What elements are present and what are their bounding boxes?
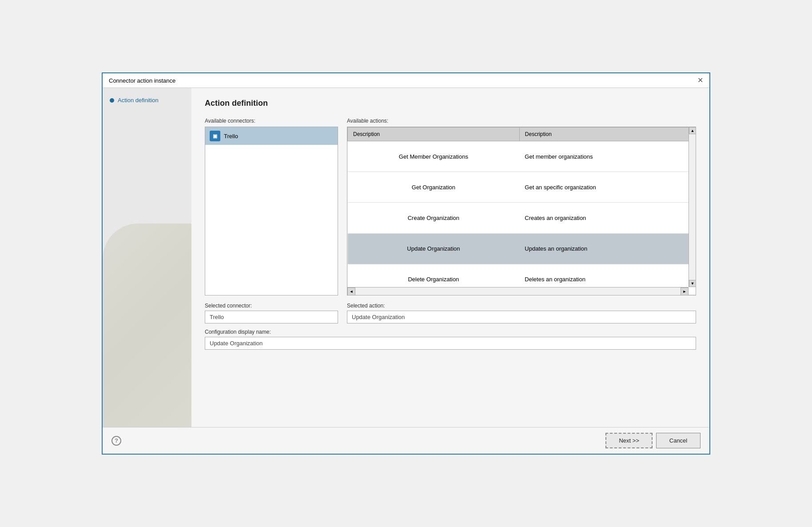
- config-display-name-label: Configuration display name:: [205, 329, 696, 335]
- horizontal-scrollbar[interactable]: ◄ ►: [347, 287, 689, 295]
- sidebar-item-label: Action definition: [118, 97, 159, 104]
- title-bar: Connector action instance ✕: [103, 73, 709, 88]
- dialog-title: Connector action instance: [109, 77, 175, 84]
- selected-connector-input[interactable]: [205, 311, 338, 323]
- footer-left: ?: [111, 436, 121, 446]
- available-connectors-label: Available connectors:: [205, 118, 338, 124]
- table-row[interactable]: Create Organization Creates an organizat…: [348, 203, 696, 233]
- hscroll-track: [355, 287, 681, 295]
- action-desc-cell: Updates an organization: [519, 233, 695, 264]
- scroll-up-button[interactable]: ▲: [689, 127, 696, 134]
- footer-buttons: Next >> Cancel: [605, 433, 701, 448]
- selected-action-label: Selected action:: [347, 303, 696, 309]
- action-name-cell: Create Organization: [348, 203, 520, 233]
- table-row[interactable]: Get Organization Get an specific organiz…: [348, 172, 696, 203]
- bottom-section: Selected connector: Selected action: Con…: [205, 303, 696, 350]
- actions-table-wrapper: Description Description Get Member Organ…: [347, 127, 696, 295]
- action-name-cell: Update Organization: [348, 233, 520, 264]
- action-name-cell: Get Member Organizations: [348, 141, 520, 172]
- selected-connector-label: Selected connector:: [205, 303, 338, 309]
- actions-table: Description Description Get Member Organ…: [347, 127, 696, 295]
- dialog-window: Connector action instance ✕ Action defin…: [102, 72, 710, 455]
- available-actions-label: Available actions:: [347, 118, 696, 124]
- connector-item-trello[interactable]: ▣ Trello: [205, 127, 338, 145]
- selected-action-input[interactable]: [347, 311, 696, 323]
- scroll-left-button[interactable]: ◄: [347, 287, 355, 295]
- scroll-track: [689, 134, 696, 280]
- config-display-name-input[interactable]: [205, 337, 696, 350]
- table-row[interactable]: Update Organization Updates an organizat…: [348, 233, 696, 264]
- main-content: Action definition Available connectors: …: [191, 88, 709, 427]
- sidebar-background: [103, 224, 191, 427]
- connectors-actions-row: Available connectors: ▣ Trello Available…: [205, 118, 696, 295]
- section-heading: Action definition: [205, 99, 696, 108]
- help-button[interactable]: ?: [111, 436, 121, 446]
- sidebar-dot-icon: [110, 98, 114, 103]
- close-button[interactable]: ✕: [697, 77, 703, 84]
- connector-list[interactable]: ▣ Trello: [205, 127, 338, 295]
- footer: ? Next >> Cancel: [103, 427, 709, 454]
- cancel-button[interactable]: Cancel: [656, 433, 701, 448]
- action-desc-cell: Creates an organization: [519, 203, 695, 233]
- actions-column: Available actions: Description Descripti…: [347, 118, 696, 295]
- table-row[interactable]: Get Member Organizations Get member orga…: [348, 141, 696, 172]
- trello-icon: ▣: [210, 131, 220, 141]
- col-header-name: Description: [348, 128, 520, 141]
- config-name-group: Configuration display name:: [205, 329, 696, 350]
- vertical-scrollbar[interactable]: ▲ ▼: [689, 127, 696, 287]
- scroll-down-button[interactable]: ▼: [689, 280, 696, 287]
- action-desc-cell: Get an specific organization: [519, 172, 695, 203]
- scroll-right-button[interactable]: ►: [681, 287, 689, 295]
- col-header-desc: Description: [519, 128, 695, 141]
- selected-action-group: Selected action:: [347, 303, 696, 323]
- connector-name: Trello: [224, 133, 238, 140]
- connectors-column: Available connectors: ▣ Trello: [205, 118, 338, 295]
- action-desc-cell: Get member organizations: [519, 141, 695, 172]
- selected-connector-group: Selected connector:: [205, 303, 338, 323]
- action-name-cell: Get Organization: [348, 172, 520, 203]
- dialog-body: Action definition Action definition Avai…: [103, 88, 709, 427]
- selected-row: Selected connector: Selected action:: [205, 303, 696, 323]
- sidebar: Action definition: [103, 88, 191, 427]
- next-button[interactable]: Next >>: [605, 433, 653, 448]
- sidebar-item-action-definition[interactable]: Action definition: [110, 97, 184, 104]
